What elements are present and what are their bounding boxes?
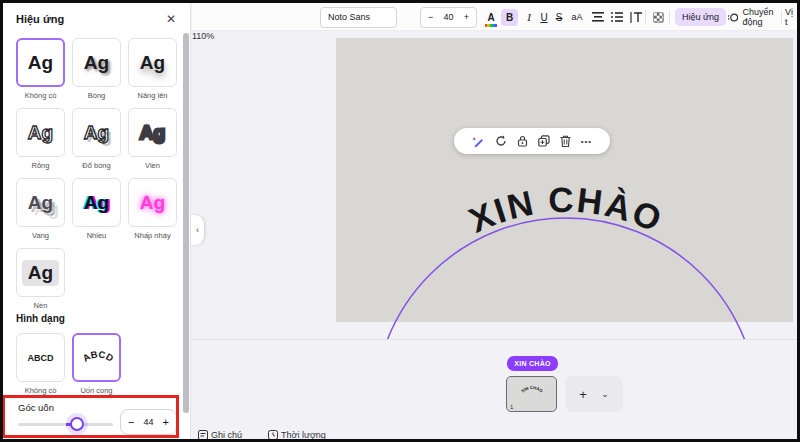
effect-echo-tile[interactable]: Ag [16, 178, 65, 227]
effect-shadow-tile[interactable]: Ag [72, 38, 121, 87]
effect-splice-tile[interactable]: Ag [72, 108, 121, 157]
curved-abcd-preview: ABCD [75, 342, 119, 374]
effect-lift[interactable]: Ag Nâng lên [128, 38, 177, 100]
shape-curve[interactable]: ABCD Uốn cong [72, 333, 121, 395]
underline-button[interactable]: U [538, 3, 550, 31]
font-name: Noto Sans [328, 12, 370, 22]
duplicate-icon [538, 135, 550, 147]
page-number: 1 [510, 404, 513, 410]
effect-glitch[interactable]: Ag Nhiều [72, 178, 121, 240]
effect-shadow[interactable]: Ag Bóng [72, 38, 121, 100]
more-options-button[interactable]: ••• [581, 137, 592, 146]
selected-element-badge[interactable]: XIN CHÀO [507, 356, 558, 371]
slider-thumb[interactable] [70, 417, 84, 431]
effect-background-tile[interactable]: Ag [16, 248, 65, 297]
effect-neon-tile[interactable]: Ag [128, 178, 177, 227]
effect-label: Nhiều [72, 231, 121, 240]
effect-hollow[interactable]: Ag Rỗng [16, 108, 65, 170]
panel-header: Hiệu ứng ✕ [16, 9, 180, 29]
effect-background[interactable]: Ag Nền [16, 248, 65, 310]
workspace-divider [192, 339, 797, 340]
curve-angle-stepper: − 44 + [120, 409, 177, 435]
align-center-icon [592, 12, 604, 22]
shape-none[interactable]: ABCD Không có [16, 333, 65, 395]
delete-button[interactable] [560, 135, 571, 147]
letter-spacing-button[interactable] [628, 3, 644, 31]
svg-text:ABCD: ABCD [80, 348, 115, 363]
text-case-button[interactable]: aA [569, 3, 585, 31]
lock-icon [517, 135, 528, 147]
workspace: XIN CHÀO [192, 31, 797, 442]
curve-angle-slider[interactable] [18, 417, 113, 431]
shape-section-title: Hình dạng [16, 313, 65, 324]
effect-glitch-tile[interactable]: Ag [72, 178, 121, 227]
trash-icon [560, 135, 571, 147]
panel-title: Hiệu ứng [16, 13, 64, 25]
add-page-group: + ⌄ [565, 376, 623, 412]
toolbar-separator [669, 10, 670, 24]
effect-outline-tile[interactable]: Ag [128, 108, 177, 157]
duration-label: Thời lượng [281, 430, 326, 440]
curve-angle-value[interactable]: 44 [143, 417, 153, 427]
effect-label: Viền [128, 161, 177, 170]
effect-label: Rỗng [16, 161, 65, 170]
magic-pencil-icon [472, 135, 485, 148]
effect-hollow-tile[interactable]: Ag [16, 108, 65, 157]
rotate-button[interactable] [495, 135, 507, 147]
italic-button[interactable]: I [523, 3, 535, 31]
font-size-value[interactable]: 40 [443, 12, 453, 22]
notes-button[interactable]: Ghi chú [198, 430, 242, 440]
font-select[interactable]: Noto Sans [320, 7, 397, 28]
bold-button[interactable]: B [501, 9, 518, 26]
toolbar-separator [781, 10, 782, 24]
rainbow-color-bar [485, 24, 497, 27]
text-color-button[interactable]: A [483, 3, 499, 31]
alignment-button[interactable] [590, 3, 606, 31]
font-size-minus-button[interactable]: − [428, 12, 433, 22]
effect-lift-tile[interactable]: Ag [128, 38, 177, 87]
stepper-plus-button[interactable]: + [163, 417, 169, 427]
bullet-list-icon [611, 12, 623, 22]
effect-none-tile[interactable]: Ag [16, 38, 65, 87]
chevron-down-icon[interactable]: ⌄ [601, 389, 609, 399]
magic-edit-button[interactable] [472, 135, 485, 148]
strikethrough-button[interactable]: S [553, 3, 565, 31]
effect-label: Bóng [72, 91, 121, 100]
effect-neon[interactable]: Ag Nhấp nháy [128, 178, 177, 240]
effect-splice[interactable]: Ag Đổ bóng [72, 108, 121, 170]
transparency-icon [653, 12, 664, 23]
font-size-plus-button[interactable]: + [464, 12, 469, 22]
shape-curve-tile[interactable]: ABCD [72, 333, 121, 382]
effect-label: Nâng lên [128, 91, 177, 100]
notes-label: Ghi chú [211, 430, 242, 440]
effect-label: Nền [16, 301, 65, 310]
font-size-stepper: − 40 + [420, 7, 477, 28]
close-icon[interactable]: ✕ [162, 10, 180, 28]
page-thumbnail[interactable]: XIN CHÀO 1 [506, 376, 557, 412]
list-button[interactable] [609, 3, 625, 31]
thumbnail-preview: XIN CHÀO [507, 377, 556, 410]
shape-none-tile[interactable]: ABCD [16, 333, 65, 382]
effects-grid: Ag Không có Ag Bóng Ag Nâng lên Ag Rỗng … [16, 38, 177, 310]
add-page-button[interactable]: + [579, 387, 587, 402]
effect-sample: Ag [22, 260, 59, 286]
toolbar-separator [645, 10, 646, 24]
panel-collapse-handle[interactable]: ‹ [191, 215, 204, 245]
panel-scrollbar[interactable] [183, 33, 189, 413]
effect-outline[interactable]: Ag Viền [128, 108, 177, 170]
chevron-left-icon: ‹ [196, 225, 199, 235]
shape-label: Uốn cong [72, 386, 121, 395]
duplicate-button[interactable] [538, 135, 550, 147]
transparency-button[interactable] [651, 3, 665, 31]
element-floating-toolbar: ••• [454, 128, 610, 154]
notes-icon [198, 430, 208, 440]
effect-label: Không có [16, 91, 65, 100]
duration-button[interactable]: Thời lượng [268, 430, 326, 440]
lock-button[interactable] [517, 135, 528, 147]
stepper-minus-button[interactable]: − [128, 417, 134, 427]
effect-label: Đổ bóng [72, 161, 121, 170]
duration-icon [268, 430, 278, 440]
effect-echo[interactable]: Ag Vang [16, 178, 65, 240]
effect-none[interactable]: Ag Không có [16, 38, 65, 100]
position-button[interactable]: Vị t [785, 3, 797, 31]
